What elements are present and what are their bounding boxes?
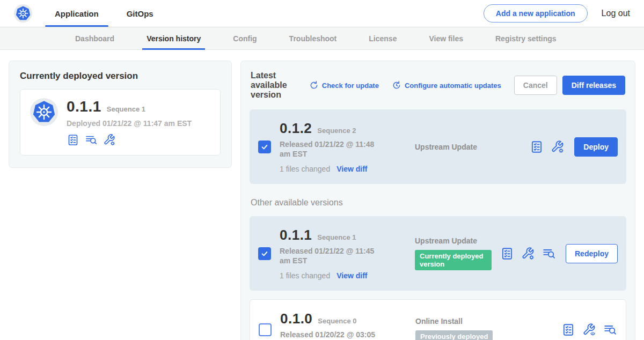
released-timestamp: Released 01/21/22 @ 11:48 am EST (280, 140, 387, 159)
diff-releases-button[interactable]: Diff releases (562, 76, 625, 95)
tab-gitops[interactable]: GitOps (125, 0, 156, 27)
subnav-tab-view-files[interactable]: View files (429, 27, 463, 49)
currently-deployed-badge: Currently deployed version (415, 250, 492, 270)
view-diff-link[interactable]: View diff (336, 271, 367, 280)
subnav-tab-registry-settings[interactable]: Registry settings (495, 27, 557, 49)
version-checkbox-0-1-1[interactable] (258, 247, 271, 260)
preflight-checklist-icon[interactable] (67, 134, 79, 146)
deployed-version-number: 0.1.1 (67, 98, 101, 115)
version-row-0-1-1: 0.1.1 Sequence 1 Released 01/21/22 @ 11:… (250, 216, 626, 291)
subnav-tab-config-label: Config (233, 34, 257, 43)
configure-automatic-updates-link[interactable]: Configure automatic updates (392, 80, 501, 90)
subnav-tab-troubleshoot[interactable]: Troubleshoot (289, 27, 337, 49)
released-timestamp: Released 01/21/22 @ 11:45 am EST (280, 247, 387, 265)
deploy-logs-icon[interactable] (542, 247, 556, 261)
deploy-logs-icon[interactable] (603, 323, 617, 337)
other-versions-title: Other available versions (251, 198, 625, 208)
edit-config-icon[interactable] (103, 134, 116, 146)
deploy-button[interactable]: Deploy (574, 137, 618, 157)
cancel-button[interactable]: Cancel (514, 76, 557, 95)
check-for-update-link[interactable]: Check for update (309, 80, 379, 90)
redeploy-button[interactable]: Redeploy (566, 244, 618, 263)
subnav-tab-license-label: License (369, 34, 397, 43)
subnav-tab-dashboard-label: Dashboard (75, 34, 114, 43)
logout-button[interactable]: Log out (602, 9, 630, 18)
auto-update-clock-icon (392, 80, 401, 90)
configure-automatic-updates-label: Configure automatic updates (405, 82, 501, 90)
tab-application[interactable]: Application (53, 0, 101, 27)
kubernetes-app-icon (30, 98, 58, 126)
subnav-tab-troubleshoot-label: Troubleshoot (289, 34, 337, 43)
check-for-update-label: Check for update (322, 82, 379, 90)
subnav-tab-license[interactable]: License (369, 27, 397, 49)
top-navigation-bar: Application GitOps Add a new application… (0, 0, 644, 27)
version-history-panel: Latest available version Check for updat… (240, 61, 635, 340)
view-config-icon[interactable] (582, 323, 596, 337)
preflight-checklist-icon[interactable] (500, 247, 514, 261)
edit-config-icon[interactable] (521, 247, 535, 261)
deployed-sequence-label: Sequence 1 (107, 105, 145, 113)
preflight-checklist-icon[interactable] (530, 140, 544, 154)
version-source-label: Online Install (415, 317, 553, 326)
currently-deployed-panel: Currently deployed version 0.1.1 Sequenc… (9, 61, 232, 168)
currently-deployed-card: 0.1.1 Sequence 1 Deployed 01/21/22 @ 11:… (20, 89, 221, 156)
latest-available-header: Latest available version Check for updat… (251, 71, 625, 100)
sequence-label: Sequence 0 (318, 317, 356, 325)
version-row-0-1-2: 0.1.2 Sequence 2 Released 01/21/22 @ 11:… (250, 109, 626, 184)
released-timestamp: Released 01/20/22 @ 03:05 pm EST (280, 330, 387, 340)
version-number: 0.1.0 (280, 311, 312, 327)
sequence-label: Sequence 1 (317, 233, 356, 241)
tab-application-label: Application (55, 9, 99, 18)
currently-deployed-title: Currently deployed version (20, 71, 221, 82)
files-changed-label: 1 files changed (280, 165, 330, 173)
deployed-timestamp: Deployed 01/21/22 @ 11:47 am EST (67, 119, 192, 128)
edit-config-icon[interactable] (551, 140, 565, 154)
subnav-tab-dashboard[interactable]: Dashboard (75, 27, 114, 49)
app-logo (14, 0, 32, 27)
version-source-label: Upstream Update (415, 236, 492, 245)
version-source-label: Upstream Update (415, 143, 521, 151)
version-row-0-1-0: 0.1.0 Sequence 0 Released 01/20/22 @ 03:… (250, 299, 626, 340)
files-changed-label: 1 files changed (280, 271, 330, 280)
subnav-tab-registry-settings-label: Registry settings (495, 34, 557, 43)
checkmark-icon (260, 143, 269, 151)
subnav-tab-version-history[interactable]: Version history (147, 27, 201, 49)
version-number: 0.1.2 (280, 120, 312, 137)
kubernetes-logo-icon (14, 4, 32, 23)
tab-gitops-label: GitOps (127, 9, 153, 18)
deploy-logs-icon[interactable] (85, 134, 98, 146)
sequence-label: Sequence 2 (317, 127, 356, 135)
subnav-tab-view-files-label: View files (429, 34, 463, 43)
subnav-tab-version-history-label: Version history (147, 34, 201, 43)
refresh-icon (309, 80, 319, 90)
version-checkbox-0-1-0[interactable] (259, 323, 272, 336)
preflight-checklist-icon[interactable] (561, 323, 575, 337)
version-checkbox-0-1-2[interactable] (258, 141, 271, 153)
add-new-application-button[interactable]: Add a new application (484, 4, 588, 23)
version-number: 0.1.1 (280, 227, 312, 243)
view-diff-link[interactable]: View diff (336, 165, 367, 173)
app-sub-navigation: Dashboard Version history Config Trouble… (0, 27, 644, 50)
previously-deployed-badge: Previously deployed (415, 330, 493, 340)
latest-available-title: Latest available version (251, 71, 302, 100)
checkmark-icon (260, 249, 269, 258)
topnav-spacer (179, 0, 484, 27)
subnav-tab-config[interactable]: Config (233, 27, 257, 49)
row-spacer (250, 291, 626, 299)
main-content: Currently deployed version 0.1.1 Sequenc… (0, 50, 644, 340)
